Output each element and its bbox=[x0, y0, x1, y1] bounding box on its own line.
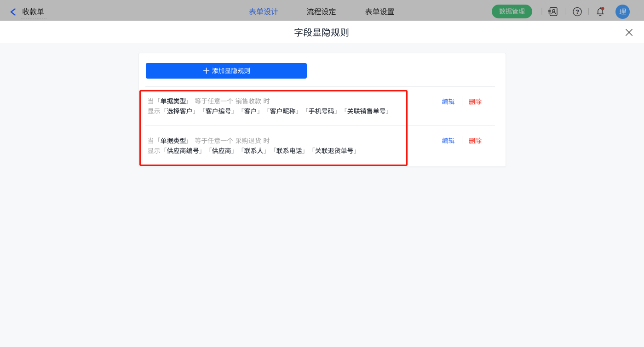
svg-text:?: ? bbox=[575, 8, 579, 15]
